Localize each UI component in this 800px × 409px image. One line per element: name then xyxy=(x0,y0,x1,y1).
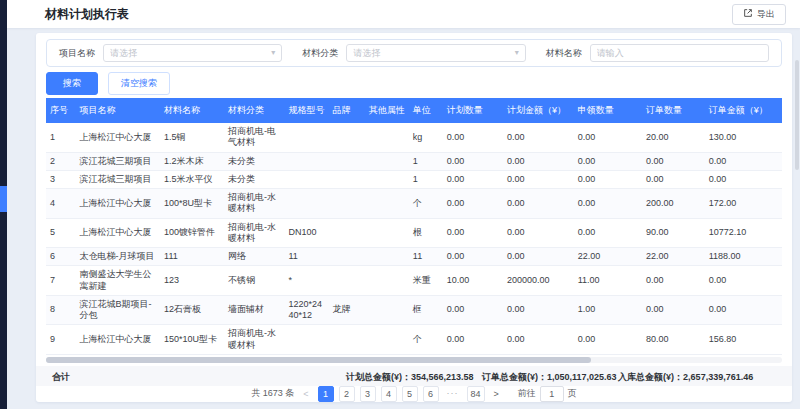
material-name-input[interactable] xyxy=(597,48,762,58)
horizontal-scrollbar[interactable] xyxy=(46,357,782,363)
table-cell xyxy=(329,248,365,266)
project-select-placeholder: 请选择 xyxy=(110,47,271,60)
table-cell: 招商机电-水暖材料 xyxy=(224,189,284,219)
table-cell: 墙面辅材 xyxy=(224,295,284,325)
page-button[interactable]: 3 xyxy=(360,386,376,402)
page-ellipsis[interactable]: ··· xyxy=(444,386,462,402)
main-panel: 项目名称 请选择 ▾ 材料分类 请选择 ▾ 材料名称 搜索 清空搜索 xyxy=(36,33,792,402)
project-name-select[interactable]: 请选择 ▾ xyxy=(103,44,282,62)
next-page-button[interactable]: > xyxy=(491,389,502,399)
material-name-field[interactable] xyxy=(590,44,769,62)
table-cell: 0.00 xyxy=(443,189,503,219)
filter-actions: 搜索 清空搜索 xyxy=(46,72,782,95)
table-cell xyxy=(284,170,328,188)
clear-search-button[interactable]: 清空搜索 xyxy=(108,72,170,95)
table-cell: 22.00 xyxy=(574,248,642,266)
table-cell xyxy=(365,189,409,219)
table-cell: 1.00 xyxy=(574,295,642,325)
table-cell: 1188.00 xyxy=(705,248,782,266)
table-cell xyxy=(329,123,365,152)
table-cell xyxy=(284,123,328,152)
table-cell xyxy=(365,152,409,170)
table-cell: 22.00 xyxy=(642,248,705,266)
table-cell: 太仓电梯-月球项目 xyxy=(75,248,160,266)
table-cell: 0.00 xyxy=(503,170,574,188)
column-header: 单位 xyxy=(409,98,443,123)
table-cell: 未分类 xyxy=(224,152,284,170)
page-button[interactable]: 2 xyxy=(339,386,355,402)
page-button[interactable]: 84 xyxy=(467,386,485,402)
table-cell: 200000.00 xyxy=(503,266,574,296)
table-cell: 130.00 xyxy=(705,123,782,152)
plan-total-amount: 计划总金额(¥)：354,566,213.58 xyxy=(346,371,474,384)
column-header: 申领数量 xyxy=(574,98,642,123)
table-cell: 0.00 xyxy=(503,295,574,325)
filter-category: 材料分类 请选择 ▾ xyxy=(302,44,525,62)
table-cell: 滨江花城B期项目-分包 xyxy=(75,295,160,325)
page-title: 材料计划执行表 xyxy=(45,6,129,23)
table-cell: 12石膏板 xyxy=(160,295,224,325)
table-cell: 上海松江中心大厦 xyxy=(75,123,160,152)
table-cell xyxy=(329,325,365,355)
table-cell: 0.00 xyxy=(642,170,705,188)
table-cell: 个 xyxy=(409,189,443,219)
export-button[interactable]: 导出 xyxy=(732,4,786,25)
table-cell xyxy=(329,170,365,188)
table-row: 4上海松江中心大厦100*8U型卡招商机电-水暖材料个0.000.000.002… xyxy=(46,189,782,219)
table-cell: 7 xyxy=(46,266,75,296)
data-table: 序号项目名称材料名称材料分类规格型号品牌其他属性单位计划数量计划金额（¥）申领数… xyxy=(46,98,782,355)
page-button[interactable]: 6 xyxy=(423,386,439,402)
column-header: 计划数量 xyxy=(443,98,503,123)
table-cell: 9 xyxy=(46,325,75,355)
table-cell: * xyxy=(284,266,328,296)
table-cell: 0.00 xyxy=(574,189,642,219)
table-cell: 南侧盛达大学生公寓新建 xyxy=(75,266,160,296)
pagination: 共 1673 条 < 123456···84 > 前往 页 xyxy=(36,386,792,402)
page-button[interactable]: 5 xyxy=(402,386,418,402)
column-header: 计划金额（¥） xyxy=(503,98,574,123)
filter-material: 材料名称 xyxy=(546,44,769,62)
table-cell xyxy=(365,325,409,355)
table-cell xyxy=(365,266,409,296)
filter-project: 项目名称 请选择 ▾ xyxy=(59,44,282,62)
table-cell: 0.00 xyxy=(503,189,574,219)
table-cell: 1.5米水平仪 xyxy=(160,170,224,188)
table-cell: 111 xyxy=(160,248,224,266)
table-cell: 招商机电-水暖材料 xyxy=(224,218,284,248)
table-cell: 0.00 xyxy=(503,123,574,152)
table-row: 7南侧盛达大学生公寓新建123不锈钢*米重10.00200000.0011.00… xyxy=(46,266,782,296)
table-cell: 0.00 xyxy=(503,218,574,248)
vertical-scrollbar-thumb[interactable] xyxy=(795,60,799,170)
page-button[interactable]: 4 xyxy=(381,386,397,402)
goto-page-input[interactable] xyxy=(540,386,564,402)
collapsed-sidebar[interactable] xyxy=(0,0,7,409)
search-button[interactable]: 搜索 xyxy=(46,72,98,95)
table-cell: 1 xyxy=(409,152,443,170)
page-button[interactable]: 1 xyxy=(318,386,334,402)
export-button-label: 导出 xyxy=(757,8,775,21)
table-cell: 不锈钢 xyxy=(224,266,284,296)
table-cell: 3 xyxy=(46,170,75,188)
table-cell: 0.00 xyxy=(443,123,503,152)
material-category-label: 材料分类 xyxy=(302,47,338,60)
material-category-select[interactable]: 请选择 ▾ xyxy=(346,44,525,62)
table-cell: 0.00 xyxy=(705,170,782,188)
material-name-label: 材料名称 xyxy=(546,47,582,60)
sidebar-active-indicator[interactable] xyxy=(0,186,7,212)
prev-page-button[interactable]: < xyxy=(300,389,311,399)
table-row: 5上海松江中心大厦100镀锌管件招商机电-水暖材料DN100根0.000.000… xyxy=(46,218,782,248)
table-cell: 20.00 xyxy=(642,123,705,152)
export-icon xyxy=(743,8,753,20)
table-cell xyxy=(365,218,409,248)
table-cell: 框 xyxy=(409,295,443,325)
table-cell xyxy=(329,218,365,248)
table-cell: 0.00 xyxy=(443,218,503,248)
table-row: 3滨江花城三期项目1.5米水平仪未分类10.000.000.000.000.00 xyxy=(46,170,782,188)
total-row-label: 合计 xyxy=(52,371,70,384)
table-cell: 0.00 xyxy=(642,295,705,325)
category-select-placeholder: 请选择 xyxy=(353,47,514,60)
column-header: 品牌 xyxy=(329,98,365,123)
table-cell: 0.00 xyxy=(443,248,503,266)
column-header: 序号 xyxy=(46,98,75,123)
horizontal-scrollbar-thumb[interactable] xyxy=(46,357,591,363)
